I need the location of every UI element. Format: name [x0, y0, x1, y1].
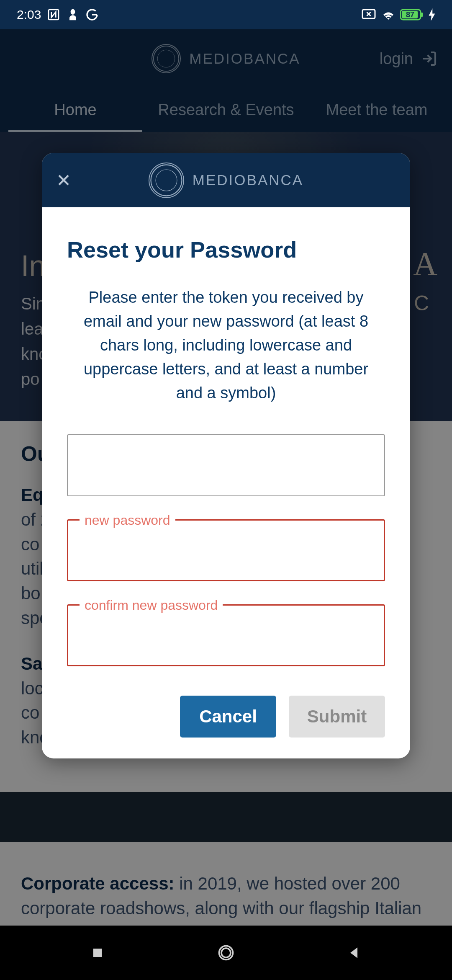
confirm-password-field-wrap: confirm new password — [67, 604, 385, 666]
recents-button[interactable] — [88, 944, 107, 962]
cancel-label: Cancel — [199, 707, 257, 727]
battery-pct: 87 — [400, 8, 420, 21]
nfc-icon — [47, 8, 60, 21]
svg-rect-4 — [421, 13, 423, 17]
modal-brand-logo-icon — [149, 162, 184, 198]
status-left: 2:03 — [17, 8, 99, 22]
system-navbar — [0, 926, 452, 980]
google-icon — [85, 8, 99, 21]
modal-brand-name: MEDIOBANCA — [193, 172, 303, 188]
new-password-label: new password — [80, 513, 175, 528]
modal-brand: MEDIOBANCA — [149, 162, 303, 198]
status-right: 87 — [361, 8, 435, 21]
battery-icon: 87 — [400, 8, 424, 21]
charging-icon — [429, 8, 435, 21]
svg-rect-9 — [93, 949, 102, 957]
modal-header: MEDIOBANCA — [42, 153, 410, 207]
modal-description: Please enter the token you received by e… — [67, 286, 385, 405]
back-button[interactable] — [345, 944, 364, 962]
modal-body: Reset your Password Please enter the tok… — [42, 207, 410, 758]
token-input[interactable] — [67, 434, 385, 496]
svg-point-11 — [221, 948, 231, 957]
confirm-password-input[interactable] — [67, 604, 385, 666]
new-password-input[interactable] — [67, 519, 385, 581]
new-password-field-wrap: new password — [67, 519, 385, 581]
status-time: 2:03 — [17, 8, 41, 22]
wifi-icon — [381, 8, 396, 21]
confirm-password-label: confirm new password — [80, 598, 223, 613]
reset-password-modal: MEDIOBANCA Reset your Password Please en… — [42, 153, 410, 758]
svg-point-8 — [156, 170, 177, 191]
token-field-wrap — [67, 434, 385, 496]
close-icon[interactable] — [54, 171, 73, 189]
submit-label: Submit — [307, 707, 367, 727]
submit-button[interactable]: Submit — [289, 696, 385, 738]
home-button[interactable] — [217, 944, 235, 962]
status-bar: 2:03 87 — [0, 0, 452, 29]
modal-actions: Cancel Submit — [67, 696, 385, 738]
cancel-button[interactable]: Cancel — [180, 696, 276, 738]
tulip-icon — [66, 8, 80, 21]
modal-title: Reset your Password — [67, 237, 385, 263]
cast-x-icon — [361, 8, 377, 21]
